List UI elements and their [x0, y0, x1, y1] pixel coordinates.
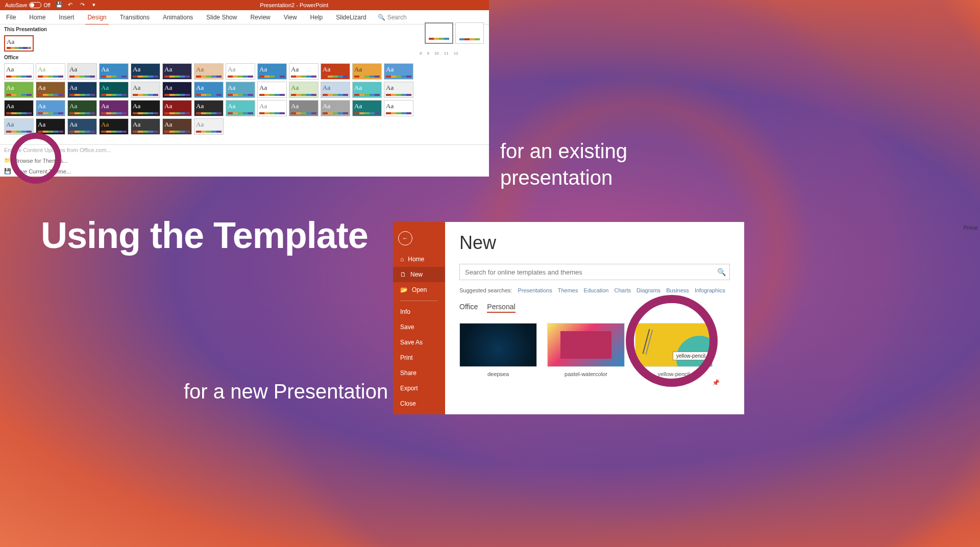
- theme-option[interactable]: Aa: [162, 82, 192, 98]
- browse-for-themes[interactable]: 📁Browse for Themes...: [0, 155, 489, 166]
- template-pastel-watercolor[interactable]: pastel-watercolor: [547, 323, 625, 377]
- sidebar-export[interactable]: Export: [393, 381, 445, 396]
- search-ribbon[interactable]: 🔍 Search: [378, 14, 407, 21]
- theme-option[interactable]: Aa: [384, 82, 413, 98]
- suggest-diagrams[interactable]: Diagrams: [636, 287, 660, 293]
- theme-option[interactable]: Aa: [226, 63, 255, 80]
- theme-option[interactable]: Aa: [257, 63, 287, 80]
- theme-option[interactable]: Aa: [352, 63, 382, 80]
- theme-option[interactable]: Aa: [384, 100, 413, 116]
- theme-option[interactable]: Aa: [321, 82, 350, 98]
- theme-option[interactable]: Aa: [321, 63, 350, 80]
- theme-option[interactable]: Aa: [99, 63, 129, 80]
- tab-insert[interactable]: Insert: [57, 14, 76, 21]
- suggest-business[interactable]: Business: [666, 287, 689, 293]
- sidebar-home[interactable]: ⌂Home: [393, 252, 445, 267]
- sidebar-save[interactable]: Save: [393, 319, 445, 335]
- theme-option[interactable]: Aa: [257, 100, 287, 116]
- tab-animations[interactable]: Animations: [161, 14, 195, 21]
- template-deepsea[interactable]: deepsea: [459, 323, 537, 377]
- theme-current[interactable]: Aa: [4, 35, 34, 52]
- theme-option[interactable]: Aa: [4, 63, 34, 80]
- undo-icon[interactable]: ↶: [68, 2, 75, 9]
- suggest-themes[interactable]: Themes: [558, 287, 578, 293]
- save-icon[interactable]: 💾: [56, 2, 63, 9]
- theme-option[interactable]: Aa: [194, 100, 224, 116]
- tab-help[interactable]: Help: [308, 14, 325, 21]
- variant-2[interactable]: [455, 22, 484, 44]
- theme-option[interactable]: Aa: [162, 100, 192, 116]
- sidebar-new[interactable]: 🗋New: [393, 267, 445, 282]
- theme-option[interactable]: Aa: [352, 100, 382, 116]
- save-current-theme[interactable]: 💾Save Current Theme...: [0, 166, 489, 177]
- tab-slidelizard[interactable]: SlideLizard: [334, 14, 368, 21]
- caption-existing: for an existingpresentation: [500, 138, 627, 191]
- sidebar-share[interactable]: Share: [393, 365, 445, 381]
- theme-option[interactable]: Aa: [4, 82, 34, 98]
- ruler: 89101112: [418, 51, 489, 56]
- theme-option[interactable]: Aa: [67, 100, 97, 116]
- theme-option[interactable]: Aa: [194, 63, 224, 80]
- tab-file[interactable]: File: [4, 14, 18, 21]
- suggest-presentations[interactable]: Presentations: [518, 287, 552, 293]
- search-input[interactable]: [460, 264, 713, 280]
- theme-option[interactable]: Aa: [67, 118, 97, 135]
- template-search[interactable]: 🔍: [459, 264, 730, 280]
- theme-option[interactable]: Aa: [289, 82, 318, 98]
- theme-option[interactable]: Aa: [162, 63, 192, 80]
- theme-option[interactable]: Aa: [131, 63, 160, 80]
- tab-transitions[interactable]: Transitions: [118, 14, 152, 21]
- autosave-toggle[interactable]: AutoSave Off: [5, 2, 51, 8]
- theme-option[interactable]: Aa: [257, 82, 287, 98]
- theme-option[interactable]: Aa: [289, 63, 318, 80]
- sidebar-print[interactable]: Print: [393, 350, 445, 365]
- variant-1[interactable]: [425, 22, 453, 44]
- sidebar-info[interactable]: Info: [393, 304, 445, 319]
- suggest-education[interactable]: Education: [584, 287, 609, 293]
- theme-option[interactable]: Aa: [289, 100, 318, 116]
- suggest-infographics[interactable]: Infographics: [695, 287, 725, 293]
- theme-option[interactable]: Aa: [131, 118, 160, 135]
- theme-option[interactable]: Aa: [352, 82, 382, 98]
- theme-option[interactable]: Aa: [36, 118, 65, 135]
- tab-view[interactable]: View: [282, 14, 299, 21]
- tab-design[interactable]: Design: [85, 14, 108, 25]
- theme-option[interactable]: Aa: [384, 63, 413, 80]
- ribbon: File Home Insert Design Transitions Anim…: [0, 10, 489, 24]
- theme-option[interactable]: Aa: [99, 100, 129, 116]
- tab-slideshow[interactable]: Slide Show: [204, 14, 239, 21]
- theme-option[interactable]: Aa: [162, 118, 192, 135]
- theme-option[interactable]: Aa: [131, 100, 160, 116]
- theme-option[interactable]: Aa: [36, 82, 65, 98]
- theme-option[interactable]: Aa: [67, 63, 97, 80]
- pin-icon[interactable]: 📌: [712, 379, 720, 386]
- search-icon[interactable]: 🔍: [713, 264, 729, 280]
- theme-option[interactable]: Aa: [194, 82, 224, 98]
- theme-option[interactable]: Aa: [321, 100, 350, 116]
- theme-option[interactable]: Aa: [131, 82, 160, 98]
- theme-option[interactable]: Aa: [194, 118, 224, 135]
- theme-option[interactable]: Aa: [99, 118, 129, 135]
- suggest-charts[interactable]: Charts: [615, 287, 631, 293]
- theme-option[interactable]: Aa: [226, 100, 255, 116]
- theme-option[interactable]: Aa: [36, 100, 65, 116]
- theme-option[interactable]: Aa: [99, 82, 129, 98]
- theme-option[interactable]: Aa: [4, 100, 34, 116]
- sidebar-open[interactable]: 📂Open: [393, 282, 445, 297]
- filter-personal[interactable]: Personal: [487, 303, 515, 313]
- theme-option[interactable]: Aa: [36, 63, 65, 80]
- slide-heading: Using the Template: [41, 214, 368, 256]
- theme-option[interactable]: Aa: [4, 118, 34, 135]
- theme-option[interactable]: Aa: [226, 82, 255, 98]
- theme-option[interactable]: Aa: [67, 82, 97, 98]
- filter-office[interactable]: Office: [459, 303, 478, 313]
- back-button[interactable]: ←: [398, 231, 412, 245]
- sidebar-close[interactable]: Close: [393, 396, 445, 411]
- tab-home[interactable]: Home: [27, 14, 47, 21]
- home-icon: ⌂: [400, 256, 404, 263]
- sidebar-saveas[interactable]: Save As: [393, 335, 445, 350]
- redo-icon[interactable]: ↷: [80, 2, 87, 9]
- start-slideshow-icon[interactable]: ▾: [92, 2, 100, 9]
- tab-review[interactable]: Review: [248, 14, 272, 21]
- highlight-circle-personal-template: [626, 295, 718, 387]
